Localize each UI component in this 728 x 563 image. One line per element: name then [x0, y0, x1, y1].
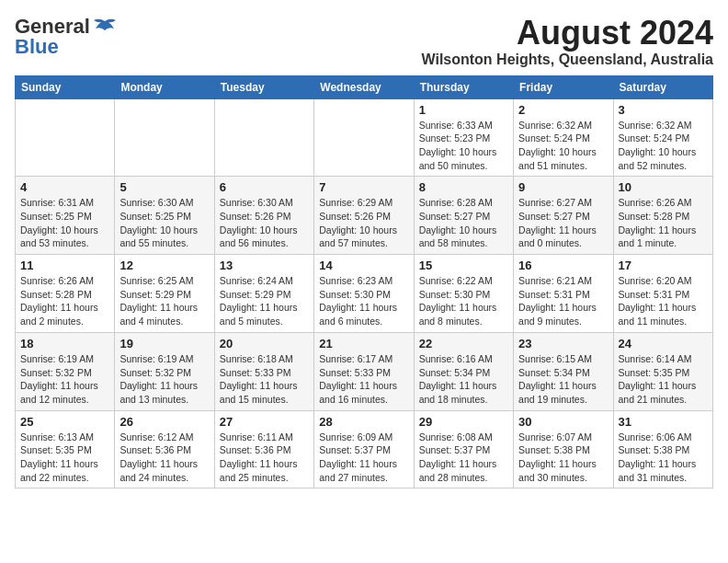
header-sunday: Sunday: [16, 75, 115, 98]
day-info: Sunrise: 6:32 AM Sunset: 5:24 PM Dayligh…: [518, 119, 608, 173]
table-row: 26Sunrise: 6:12 AM Sunset: 5:36 PM Dayli…: [115, 410, 214, 488]
day-info: Sunrise: 6:32 AM Sunset: 5:24 PM Dayligh…: [619, 119, 708, 173]
day-number: 8: [419, 180, 508, 194]
table-row: 12Sunrise: 6:25 AM Sunset: 5:29 PM Dayli…: [115, 255, 214, 333]
day-number: 20: [220, 337, 309, 350]
calendar-table: Sunday Monday Tuesday Wednesday Thursday…: [15, 75, 713, 489]
day-info: Sunrise: 6:22 AM Sunset: 5:30 PM Dayligh…: [419, 274, 508, 328]
table-row: 9Sunrise: 6:27 AM Sunset: 5:27 PM Daylig…: [514, 177, 613, 255]
table-row: 14Sunrise: 6:23 AM Sunset: 5:30 PM Dayli…: [314, 255, 414, 333]
table-row: [115, 98, 214, 177]
day-number: 6: [220, 180, 309, 194]
table-row: [214, 98, 313, 177]
day-info: Sunrise: 6:09 AM Sunset: 5:37 PM Dayligh…: [319, 431, 408, 485]
day-number: 10: [619, 180, 708, 194]
day-info: Sunrise: 6:23 AM Sunset: 5:30 PM Dayligh…: [319, 274, 408, 328]
day-number: 3: [619, 103, 708, 117]
table-row: 20Sunrise: 6:18 AM Sunset: 5:33 PM Dayli…: [214, 332, 313, 410]
table-row: 8Sunrise: 6:28 AM Sunset: 5:27 PM Daylig…: [414, 177, 513, 255]
logo: General Blue: [15, 15, 118, 59]
calendar-week-row: 1Sunrise: 6:33 AM Sunset: 5:23 PM Daylig…: [16, 98, 713, 177]
table-row: 30Sunrise: 6:07 AM Sunset: 5:38 PM Dayli…: [514, 410, 613, 488]
day-info: Sunrise: 6:33 AM Sunset: 5:23 PM Dayligh…: [419, 119, 508, 173]
header-tuesday: Tuesday: [214, 75, 313, 98]
day-number: 26: [119, 415, 209, 429]
day-number: 9: [518, 180, 608, 194]
table-row: 11Sunrise: 6:26 AM Sunset: 5:28 PM Dayli…: [16, 255, 115, 333]
table-row: 4Sunrise: 6:31 AM Sunset: 5:25 PM Daylig…: [16, 177, 115, 255]
table-row: 17Sunrise: 6:20 AM Sunset: 5:31 PM Dayli…: [613, 255, 712, 333]
table-row: 18Sunrise: 6:19 AM Sunset: 5:32 PM Dayli…: [16, 332, 115, 410]
header-thursday: Thursday: [414, 75, 513, 98]
table-row: 13Sunrise: 6:24 AM Sunset: 5:29 PM Dayli…: [214, 255, 313, 333]
day-info: Sunrise: 6:25 AM Sunset: 5:29 PM Dayligh…: [119, 274, 209, 328]
calendar-week-row: 18Sunrise: 6:19 AM Sunset: 5:32 PM Dayli…: [16, 332, 713, 410]
day-number: 18: [20, 337, 109, 350]
day-info: Sunrise: 6:11 AM Sunset: 5:36 PM Dayligh…: [220, 431, 309, 485]
calendar-week-row: 4Sunrise: 6:31 AM Sunset: 5:25 PM Daylig…: [16, 177, 713, 255]
day-number: 7: [319, 180, 408, 194]
table-row: [314, 98, 414, 177]
day-number: 4: [20, 180, 109, 194]
table-row: 31Sunrise: 6:06 AM Sunset: 5:38 PM Dayli…: [613, 410, 712, 488]
day-info: Sunrise: 6:07 AM Sunset: 5:38 PM Dayligh…: [518, 431, 608, 485]
day-number: 19: [119, 337, 209, 350]
day-number: 1: [419, 103, 508, 117]
day-info: Sunrise: 6:18 AM Sunset: 5:33 PM Dayligh…: [220, 352, 309, 407]
day-info: Sunrise: 6:17 AM Sunset: 5:33 PM Dayligh…: [319, 352, 408, 407]
header-saturday: Saturday: [613, 75, 712, 98]
day-info: Sunrise: 6:16 AM Sunset: 5:34 PM Dayligh…: [419, 352, 508, 407]
table-row: 2Sunrise: 6:32 AM Sunset: 5:24 PM Daylig…: [514, 98, 613, 177]
day-number: 24: [619, 337, 708, 350]
day-number: 15: [419, 259, 508, 272]
table-row: 3Sunrise: 6:32 AM Sunset: 5:24 PM Daylig…: [613, 98, 712, 177]
calendar-header-row: Sunday Monday Tuesday Wednesday Thursday…: [16, 75, 713, 98]
table-row: 16Sunrise: 6:21 AM Sunset: 5:31 PM Dayli…: [514, 255, 613, 333]
day-info: Sunrise: 6:30 AM Sunset: 5:26 PM Dayligh…: [220, 196, 309, 250]
day-info: Sunrise: 6:19 AM Sunset: 5:32 PM Dayligh…: [119, 352, 209, 407]
day-info: Sunrise: 6:29 AM Sunset: 5:26 PM Dayligh…: [319, 196, 408, 250]
day-number: 16: [518, 259, 608, 272]
title-area: August 2024 Wilsonton Heights, Queenslan…: [421, 15, 713, 68]
day-number: 22: [419, 337, 508, 350]
day-number: 27: [220, 415, 309, 429]
table-row: 7Sunrise: 6:29 AM Sunset: 5:26 PM Daylig…: [314, 177, 414, 255]
location-subtitle: Wilsonton Heights, Queensland, Australia: [421, 52, 713, 68]
day-number: 12: [119, 259, 209, 272]
day-number: 17: [619, 259, 708, 272]
header-wednesday: Wednesday: [314, 75, 414, 98]
day-info: Sunrise: 6:20 AM Sunset: 5:31 PM Dayligh…: [619, 274, 708, 328]
header-monday: Monday: [115, 75, 214, 98]
table-row: 23Sunrise: 6:15 AM Sunset: 5:34 PM Dayli…: [514, 332, 613, 410]
day-info: Sunrise: 6:26 AM Sunset: 5:28 PM Dayligh…: [619, 196, 708, 250]
day-info: Sunrise: 6:21 AM Sunset: 5:31 PM Dayligh…: [518, 274, 608, 328]
table-row: 21Sunrise: 6:17 AM Sunset: 5:33 PM Dayli…: [314, 332, 414, 410]
table-row: 24Sunrise: 6:14 AM Sunset: 5:35 PM Dayli…: [613, 332, 712, 410]
day-info: Sunrise: 6:19 AM Sunset: 5:32 PM Dayligh…: [20, 352, 109, 407]
day-number: 11: [20, 259, 109, 272]
table-row: 10Sunrise: 6:26 AM Sunset: 5:28 PM Dayli…: [613, 177, 712, 255]
logo-bird-icon: [92, 17, 118, 36]
day-info: Sunrise: 6:28 AM Sunset: 5:27 PM Dayligh…: [419, 196, 508, 250]
day-number: 2: [518, 103, 608, 117]
calendar-week-row: 11Sunrise: 6:26 AM Sunset: 5:28 PM Dayli…: [16, 255, 713, 333]
day-number: 21: [319, 337, 408, 350]
table-row: 29Sunrise: 6:08 AM Sunset: 5:37 PM Dayli…: [414, 410, 513, 488]
day-number: 28: [319, 415, 408, 429]
day-info: Sunrise: 6:24 AM Sunset: 5:29 PM Dayligh…: [220, 274, 309, 328]
day-info: Sunrise: 6:14 AM Sunset: 5:35 PM Dayligh…: [619, 352, 708, 407]
table-row: 27Sunrise: 6:11 AM Sunset: 5:36 PM Dayli…: [214, 410, 313, 488]
day-info: Sunrise: 6:27 AM Sunset: 5:27 PM Dayligh…: [518, 196, 608, 250]
page-header: General Blue August 2024 Wilsonton Heigh…: [15, 15, 713, 68]
table-row: 19Sunrise: 6:19 AM Sunset: 5:32 PM Dayli…: [115, 332, 214, 410]
table-row: 1Sunrise: 6:33 AM Sunset: 5:23 PM Daylig…: [414, 98, 513, 177]
day-number: 23: [518, 337, 608, 350]
month-year-title: August 2024: [421, 15, 713, 52]
table-row: 6Sunrise: 6:30 AM Sunset: 5:26 PM Daylig…: [214, 177, 313, 255]
table-row: 5Sunrise: 6:30 AM Sunset: 5:25 PM Daylig…: [115, 177, 214, 255]
calendar-week-row: 25Sunrise: 6:13 AM Sunset: 5:35 PM Dayli…: [16, 410, 713, 488]
logo-blue: Blue: [15, 35, 59, 59]
day-number: 5: [119, 180, 209, 194]
day-info: Sunrise: 6:12 AM Sunset: 5:36 PM Dayligh…: [119, 431, 209, 485]
day-info: Sunrise: 6:13 AM Sunset: 5:35 PM Dayligh…: [20, 431, 109, 485]
